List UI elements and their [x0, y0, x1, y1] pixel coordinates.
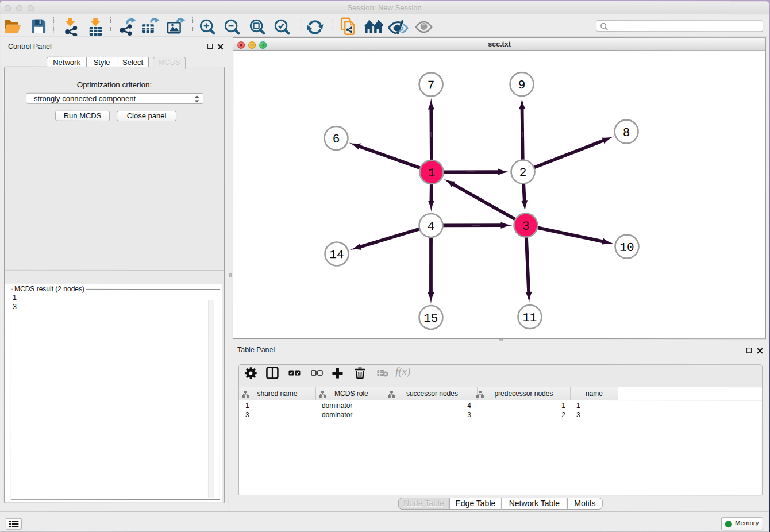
svg-text:6: 6 [333, 133, 340, 146]
svg-text:14: 14 [329, 248, 344, 261]
svg-text:7: 7 [428, 79, 435, 92]
svg-text:15: 15 [424, 312, 438, 325]
svg-text:10: 10 [619, 241, 634, 255]
svg-text:1: 1 [428, 167, 436, 180]
svg-text:8: 8 [623, 126, 630, 140]
svg-text:4: 4 [428, 220, 435, 233]
svg-text:9: 9 [518, 79, 526, 92]
svg-text:11: 11 [522, 311, 537, 325]
svg-text:3: 3 [522, 220, 530, 233]
svg-text:2: 2 [519, 167, 527, 180]
